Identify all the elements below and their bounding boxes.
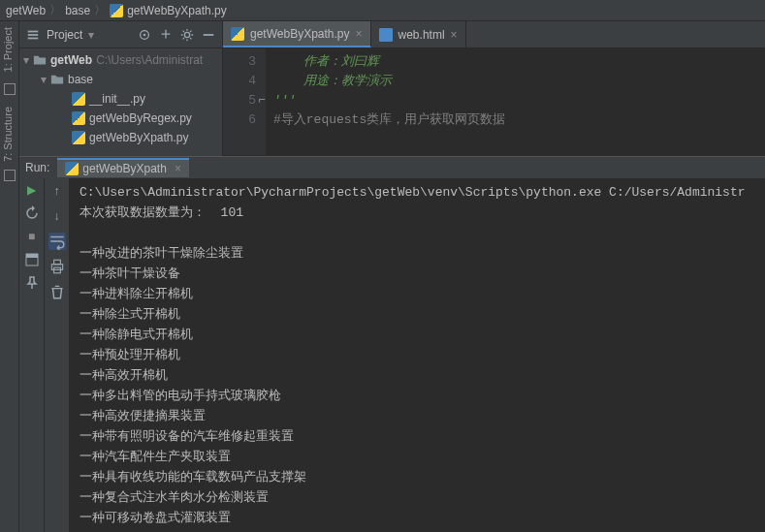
editor-tab-label: web.html bbox=[398, 28, 445, 42]
run-panel: Run: getWebByXpath × ▶ ■ ↑ ↓ bbox=[19, 156, 765, 532]
svg-rect-1 bbox=[28, 34, 39, 36]
run-icon[interactable]: ▶ bbox=[24, 182, 40, 198]
python-icon bbox=[72, 92, 85, 106]
folder-icon bbox=[50, 73, 64, 86]
code-line: 用途：教学演示 bbox=[273, 72, 757, 91]
down-arrow-icon[interactable]: ↓ bbox=[48, 207, 66, 225]
tree-file-label: getWebByXpath.py bbox=[89, 131, 189, 144]
tree-folder[interactable]: ▾ base bbox=[19, 70, 222, 89]
python-icon bbox=[231, 27, 244, 41]
svg-point-4 bbox=[143, 33, 146, 36]
svg-rect-6 bbox=[204, 34, 214, 36]
breadcrumb-root[interactable]: getWeb bbox=[6, 4, 46, 17]
project-panel: Project ▾ ▾ getWeb C:\Users\Administrat … bbox=[19, 21, 223, 156]
console-line: 一种可移动卷盘式灌溉装置 bbox=[80, 508, 755, 528]
code-line: 作者：刘曰辉 bbox=[273, 52, 757, 72]
close-icon[interactable]: × bbox=[451, 28, 458, 42]
run-tab-label: getWebByXpath bbox=[82, 162, 167, 175]
tree-root[interactable]: ▾ getWeb C:\Users\Administrat bbox=[19, 50, 222, 70]
target-icon[interactable] bbox=[137, 27, 152, 43]
svg-point-5 bbox=[184, 32, 189, 37]
chevron-down-icon[interactable]: ▾ bbox=[88, 28, 94, 42]
run-config-tab[interactable]: getWebByXpath × bbox=[57, 158, 189, 177]
html-icon bbox=[379, 28, 393, 42]
tree-file[interactable]: getWebByXpath.py bbox=[19, 128, 222, 147]
wrap-icon[interactable] bbox=[48, 233, 66, 250]
console-line: 一种高效开棉机 bbox=[80, 365, 755, 386]
console-line: 一种改进的茶叶干燥除尘装置 bbox=[80, 243, 755, 264]
folder-icon bbox=[33, 53, 47, 67]
run-tool-column-main: ▶ ■ bbox=[19, 178, 45, 532]
python-icon bbox=[72, 131, 85, 144]
run-title: Run: bbox=[25, 161, 49, 174]
console-line: 一种除静电式开棉机 bbox=[80, 325, 755, 345]
breadcrumb-file[interactable]: getWebByXpath.py bbox=[127, 4, 227, 17]
svg-rect-0 bbox=[28, 30, 39, 32]
breadcrumb-sep: 〉 bbox=[49, 2, 61, 18]
editor-tab[interactable]: web.html × bbox=[371, 21, 466, 47]
code-line: #导入requests类库，用户获取网页数据 bbox=[273, 110, 757, 130]
close-icon[interactable]: × bbox=[175, 162, 181, 175]
line-number: 4 bbox=[223, 72, 256, 91]
editor-body[interactable]: 3 4 5 6 作者：刘曰辉 用途：教学演示 ⌐''' #导入requests类… bbox=[223, 48, 765, 155]
console-count: 本次获取数据数量为： 101 bbox=[80, 203, 755, 223]
console-cmd: C:\Users\Administrator\PycharmProjects\g… bbox=[80, 182, 755, 203]
project-tree: ▾ getWeb C:\Users\Administrat ▾ base __i… bbox=[19, 48, 222, 156]
console-line: 一种具有收线功能的车载数码产品支撑架 bbox=[80, 467, 755, 487]
tree-file-label: getWebByRegex.py bbox=[89, 111, 192, 125]
console-line: 一种除尘式开棉机 bbox=[80, 304, 755, 325]
console-blank bbox=[80, 223, 755, 243]
pin-icon[interactable] bbox=[24, 275, 40, 291]
code-area[interactable]: 作者：刘曰辉 用途：教学演示 ⌐''' #导入requests类库，用户获取网页… bbox=[266, 48, 765, 155]
print-icon[interactable] bbox=[48, 258, 66, 275]
project-view-select[interactable] bbox=[25, 27, 41, 43]
left-tool-strip: 1: Project 7: Structure bbox=[0, 21, 19, 532]
close-icon[interactable]: × bbox=[356, 27, 363, 41]
line-number: 6 bbox=[223, 110, 256, 130]
editor-tabs: getWebByXpath.py × web.html × bbox=[223, 21, 765, 48]
tree-file[interactable]: getWebByRegex.py bbox=[19, 109, 222, 128]
trash-icon[interactable] bbox=[48, 283, 66, 300]
structure-tool-tab[interactable]: 7: Structure bbox=[0, 101, 16, 168]
console-line: 一种带有照明设备的汽车维修起重装置 bbox=[80, 426, 755, 447]
line-number: 5 bbox=[223, 91, 256, 110]
collapse-icon[interactable] bbox=[158, 27, 174, 43]
chevron-down-icon[interactable]: ▾ bbox=[41, 73, 50, 86]
python-icon bbox=[110, 4, 123, 17]
tool-square-icon[interactable] bbox=[4, 170, 16, 181]
project-panel-title: Project bbox=[47, 28, 82, 42]
svg-rect-10 bbox=[53, 260, 60, 265]
chevron-down-icon[interactable]: ▾ bbox=[23, 53, 33, 67]
python-icon bbox=[65, 162, 79, 175]
restart-icon[interactable] bbox=[24, 205, 40, 221]
stop-icon[interactable]: ■ bbox=[24, 229, 40, 244]
tree-folder-label: base bbox=[68, 73, 93, 86]
up-arrow-icon[interactable]: ↑ bbox=[48, 182, 66, 200]
console-line: 一种高效便捷摘果装置 bbox=[80, 406, 755, 426]
tree-file-label: __init__.py bbox=[89, 92, 145, 106]
minus-icon[interactable] bbox=[201, 27, 216, 43]
console-output[interactable]: C:\Users\Administrator\PycharmProjects\g… bbox=[70, 178, 765, 532]
code-line: ⌐''' bbox=[273, 91, 757, 110]
console-line: 一种汽车配件生产夹取装置 bbox=[80, 447, 755, 467]
project-tool-tab[interactable]: 1: Project bbox=[0, 21, 16, 78]
breadcrumb: getWeb 〉 base 〉 getWebByXpath.py bbox=[0, 0, 765, 21]
editor-panel: getWebByXpath.py × web.html × 3 4 5 6 bbox=[223, 21, 765, 156]
tree-file[interactable]: __init__.py bbox=[19, 89, 222, 109]
tool-square-icon[interactable] bbox=[4, 83, 16, 95]
python-icon bbox=[72, 111, 85, 125]
editor-tab-active[interactable]: getWebByXpath.py × bbox=[223, 21, 371, 47]
console-line: 一种复合式注水羊肉水分检测装置 bbox=[80, 487, 755, 508]
fold-end-icon[interactable]: ⌐ bbox=[258, 91, 266, 110]
console-line: 一种预处理开棉机 bbox=[80, 345, 755, 365]
tree-root-path: C:\Users\Administrat bbox=[96, 53, 203, 67]
line-number: 3 bbox=[223, 52, 256, 72]
console-line: 一种茶叶干燥设备 bbox=[80, 264, 755, 284]
layout-icon[interactable] bbox=[24, 252, 40, 267]
run-header: Run: getWebByXpath × bbox=[19, 157, 765, 178]
run-tool-column-secondary: ↑ ↓ bbox=[45, 178, 70, 532]
gear-icon[interactable] bbox=[179, 27, 195, 43]
console-line: 一种多出料管的电动手持式玻璃胶枪 bbox=[80, 386, 755, 406]
breadcrumb-folder[interactable]: base bbox=[65, 4, 90, 17]
project-toolbar: Project ▾ bbox=[19, 21, 222, 48]
